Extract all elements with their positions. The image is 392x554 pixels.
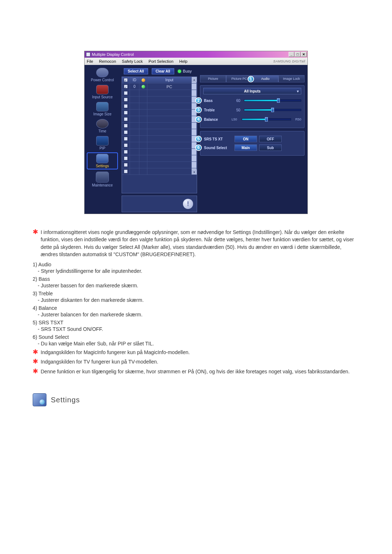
callout-badge-2: 2 xyxy=(195,97,202,104)
bass-label: Bass xyxy=(204,99,229,103)
srs-on-button[interactable]: ON xyxy=(234,136,257,142)
sidebar-item-image-size[interactable]: Image Size xyxy=(87,101,118,117)
audio-panel: All Inputs 2 Bass 60 3 Treble 50 xyxy=(200,85,305,128)
bass-row: 2 Bass 60 xyxy=(203,97,301,104)
table-row[interactable] xyxy=(122,162,197,168)
menu-remocon[interactable]: Remocon xyxy=(99,59,116,63)
list-item-title: 2) Bass xyxy=(33,276,359,282)
callout-badge-1: 1 xyxy=(248,76,254,82)
settings-tabs: Picture Picture PC 1 Audio Image Lock xyxy=(200,75,305,82)
sidebar-item-settings[interactable]: Settings xyxy=(87,152,118,169)
note-1: ✱ I informationsgitteret vises nogle gru… xyxy=(33,229,359,258)
minimize-button[interactable]: _ xyxy=(289,52,294,57)
settings-cube-icon xyxy=(33,393,46,406)
scroll-down-icon[interactable]: ▾ xyxy=(192,169,197,175)
sidebar-item-power[interactable]: Power Control xyxy=(87,67,118,83)
callout-badge-4: 4 xyxy=(195,116,202,123)
menu-port-selection[interactable]: Port Selection xyxy=(148,59,173,63)
row-id: 0 xyxy=(130,83,139,90)
mdc-app-window: Multiple Display Control _ □ ✕ File Remo… xyxy=(84,51,308,214)
input-dropdown[interactable]: All Inputs xyxy=(203,88,301,94)
maintenance-icon xyxy=(96,172,109,182)
table-row[interactable]: 0 PC xyxy=(122,83,197,90)
menubar: File Remocon Safety Lock Port Selection … xyxy=(85,58,307,65)
numbered-list: 1) Audio- Styrer lydindstillingerne for … xyxy=(33,262,359,346)
tab-picture[interactable]: Picture xyxy=(200,75,226,82)
list-item-title: 4) Balance xyxy=(33,305,359,311)
table-row[interactable] xyxy=(122,103,197,110)
maximize-button[interactable]: □ xyxy=(295,52,301,57)
srs-off-button[interactable]: OFF xyxy=(259,136,282,142)
list-item-title: 1) Audio xyxy=(33,262,359,267)
treble-row: 3 Treble 50 xyxy=(203,107,301,113)
row-checkbox[interactable] xyxy=(124,85,128,89)
sidebar-label: PIP xyxy=(99,146,105,150)
grid-header: ID Input ▴ xyxy=(122,77,197,83)
titlebar: Multiple Display Control _ □ ✕ xyxy=(85,51,307,58)
sidebar-item-input-source[interactable]: Input Source xyxy=(87,84,118,100)
row-checkbox[interactable] xyxy=(124,117,128,121)
table-row[interactable] xyxy=(122,116,197,123)
row-checkbox[interactable] xyxy=(124,98,128,102)
row-checkbox[interactable] xyxy=(124,163,128,167)
bass-slider[interactable] xyxy=(244,99,301,102)
table-row[interactable] xyxy=(122,129,197,136)
balance-row: 4 Balance L50 R50 xyxy=(203,116,301,123)
sound-main-button[interactable]: Main xyxy=(234,144,257,151)
table-row[interactable] xyxy=(122,110,197,116)
table-row[interactable] xyxy=(122,155,197,162)
note-text: Denne funktion er kun tilgængelig for sk… xyxy=(41,368,350,375)
row-checkbox[interactable] xyxy=(124,143,128,147)
menu-help[interactable]: Help xyxy=(179,59,188,63)
close-button[interactable]: ✕ xyxy=(301,52,307,57)
table-row[interactable] xyxy=(122,142,197,149)
note-4: ✱ Denne funktion er kun tilgængelig for … xyxy=(33,368,359,375)
balance-left: L50 xyxy=(232,118,240,121)
display-grid: ID Input ▴ 0 PC xyxy=(122,77,197,193)
row-checkbox[interactable] xyxy=(124,137,128,141)
table-row[interactable] xyxy=(122,149,197,155)
row-checkbox[interactable] xyxy=(124,104,128,108)
list-item-desc: - Justerer diskanten for den markerede s… xyxy=(38,297,359,303)
row-checkbox[interactable] xyxy=(124,150,128,154)
row-checkbox[interactable] xyxy=(124,156,128,160)
row-checkbox[interactable] xyxy=(124,91,128,95)
list-item-title: 5) SRS TSXT xyxy=(33,320,359,325)
sound-sub-button[interactable]: Sub xyxy=(259,144,282,151)
callout-badge-5: 5 xyxy=(195,136,202,142)
row-checkbox[interactable] xyxy=(124,111,128,115)
center-area: Select All Clear All Busy ID Input ▴ xyxy=(120,65,199,214)
sidebar-item-pip[interactable]: PIP xyxy=(87,135,118,151)
table-row[interactable] xyxy=(122,97,197,103)
sidebar-item-maintenance[interactable]: Maintenance xyxy=(87,171,118,188)
app-icon xyxy=(86,52,90,57)
sidebar-item-time[interactable]: Time xyxy=(87,118,118,134)
sidebar-label: Time xyxy=(98,129,106,133)
select-all-button[interactable]: Select All xyxy=(124,68,148,74)
menu-file[interactable]: File xyxy=(87,59,93,63)
balance-slider[interactable] xyxy=(242,118,291,120)
treble-slider[interactable] xyxy=(244,109,301,111)
table-row[interactable] xyxy=(122,136,197,142)
row-checkbox[interactable] xyxy=(124,130,128,134)
srs-label: SRS TS XT xyxy=(204,137,232,141)
treble-label: Treble xyxy=(204,108,229,112)
row-status-icon xyxy=(142,85,145,89)
table-row[interactable] xyxy=(122,90,197,97)
scroll-up-icon[interactable]: ▴ xyxy=(192,77,197,82)
note-text: Indgangskilden for MagicInfo fungerer ku… xyxy=(41,349,190,356)
row-checkbox[interactable] xyxy=(124,124,128,128)
list-item-desc: - Justerer bassen for den markerede skær… xyxy=(38,283,359,288)
header-checkbox[interactable] xyxy=(124,78,128,82)
clear-all-button[interactable]: Clear All xyxy=(152,68,174,74)
menu-safety-lock[interactable]: Safety Lock xyxy=(122,59,143,63)
time-icon xyxy=(96,119,109,128)
note-2: ✱ Indgangskilden for MagicInfo fungerer … xyxy=(33,349,359,356)
tab-audio[interactable]: 1 Audio xyxy=(252,75,278,82)
table-row[interactable] xyxy=(122,123,197,129)
row-checkbox[interactable] xyxy=(124,169,128,173)
settings-panel: Picture Picture PC 1 Audio Image Lock Al… xyxy=(199,65,307,214)
tab-image-lock[interactable]: Image Lock xyxy=(278,75,305,82)
table-row[interactable]: ▾ xyxy=(122,168,197,175)
busy-dot-icon xyxy=(178,70,181,73)
